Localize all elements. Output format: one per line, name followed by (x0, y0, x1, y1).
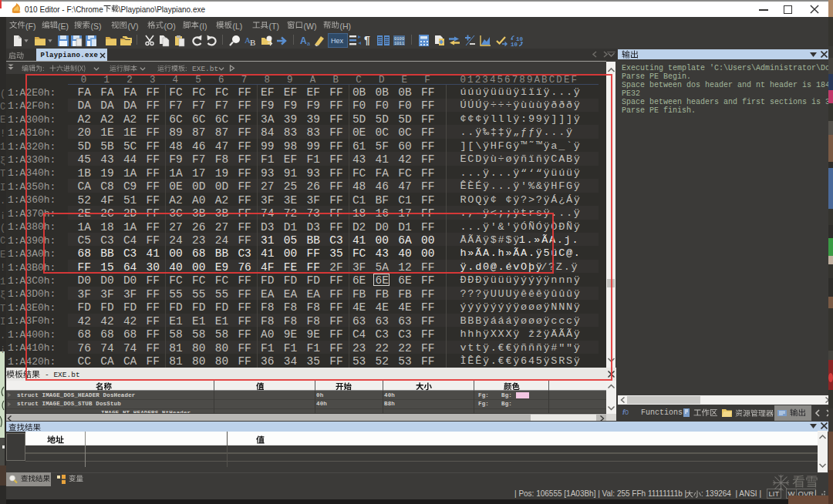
svg-text:10: 10 (511, 42, 518, 47)
svg-text:B: B (250, 38, 255, 47)
svg-text:1011: 1011 (394, 41, 405, 46)
svg-text:a: a (307, 41, 310, 46)
svg-text:A: A (300, 35, 307, 46)
